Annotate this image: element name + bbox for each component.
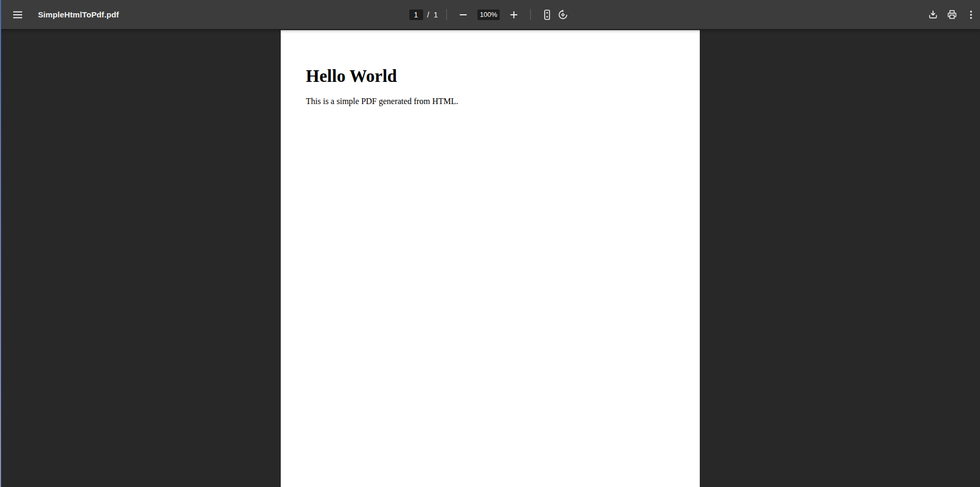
pdf-canvas[interactable]: Hello World This is a simple PDF generat… bbox=[0, 29, 980, 487]
minus-icon bbox=[459, 11, 468, 19]
pdf-page: Hello World This is a simple PDF generat… bbox=[281, 30, 700, 487]
menu-icon bbox=[13, 11, 22, 18]
download-icon bbox=[927, 9, 939, 21]
rotate-counterclockwise-button[interactable] bbox=[555, 7, 571, 23]
fit-to-page-button[interactable] bbox=[539, 7, 555, 23]
page-total: 1 bbox=[433, 10, 437, 19]
toolbar-divider bbox=[446, 9, 447, 20]
print-icon bbox=[946, 9, 958, 21]
toolbar-right-section bbox=[925, 7, 980, 23]
more-options-icon bbox=[966, 10, 976, 20]
more-options-button[interactable] bbox=[963, 7, 979, 23]
plus-icon bbox=[510, 11, 518, 19]
toolbar-divider bbox=[530, 9, 531, 20]
page-number-input[interactable] bbox=[409, 10, 423, 20]
pdf-paragraph: This is a simple PDF generated from HTML… bbox=[306, 97, 674, 106]
menu-button[interactable] bbox=[9, 7, 25, 23]
toolbar-left-section: SimpleHtmlToPdf.pdf bbox=[0, 7, 119, 23]
fit-to-page-icon bbox=[541, 9, 553, 21]
zoom-in-button[interactable] bbox=[506, 7, 522, 23]
pdf-heading: Hello World bbox=[306, 68, 674, 85]
rotate-counterclockwise-icon bbox=[557, 9, 569, 21]
zoom-level-input[interactable] bbox=[478, 10, 500, 20]
print-button[interactable] bbox=[944, 7, 960, 23]
window-edge bbox=[0, 0, 1, 487]
page-separator: / bbox=[427, 10, 429, 19]
document-title: SimpleHtmlToPdf.pdf bbox=[38, 10, 119, 19]
pdf-viewer-toolbar: SimpleHtmlToPdf.pdf / 1 bbox=[0, 0, 980, 29]
toolbar-center-section: / 1 bbox=[409, 0, 571, 29]
zoom-out-button[interactable] bbox=[455, 7, 471, 23]
download-button[interactable] bbox=[925, 7, 941, 23]
